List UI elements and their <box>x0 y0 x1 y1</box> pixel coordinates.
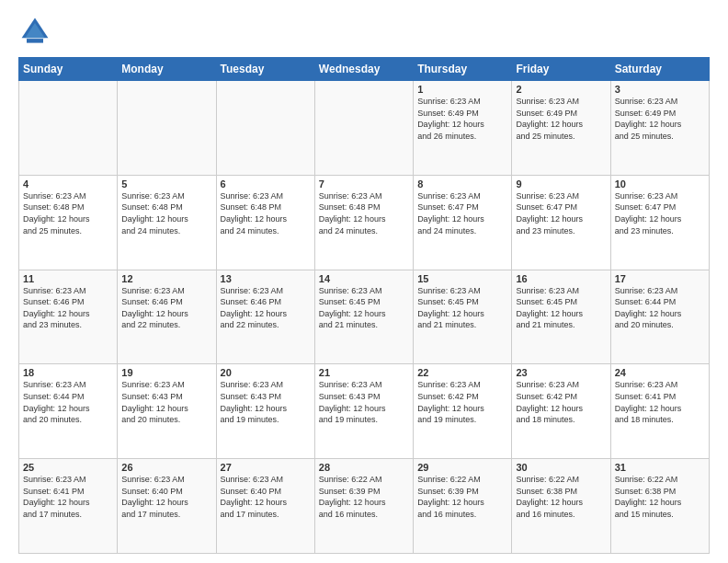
day-number: 3 <box>615 84 705 95</box>
day-info: Sunrise: 6:23 AM Sunset: 6:42 PM Dayligh… <box>417 379 507 425</box>
day-number: 11 <box>23 273 113 284</box>
calendar-cell <box>314 81 413 176</box>
day-info: Sunrise: 6:23 AM Sunset: 6:49 PM Dayligh… <box>516 96 606 142</box>
day-info: Sunrise: 6:23 AM Sunset: 6:48 PM Dayligh… <box>319 190 409 236</box>
day-info: Sunrise: 6:22 AM Sunset: 6:39 PM Dayligh… <box>417 474 507 520</box>
day-info: Sunrise: 6:23 AM Sunset: 6:44 PM Dayligh… <box>23 379 113 425</box>
day-number: 18 <box>23 367 113 378</box>
calendar-week-row: 4Sunrise: 6:23 AM Sunset: 6:48 PM Daylig… <box>19 175 710 270</box>
svg-rect-2 <box>27 39 43 43</box>
calendar-table: SundayMondayTuesdayWednesdayThursdayFrid… <box>18 57 710 554</box>
calendar-day-header: Tuesday <box>216 58 314 81</box>
calendar-header-row: SundayMondayTuesdayWednesdayThursdayFrid… <box>19 58 710 81</box>
day-number: 31 <box>615 462 705 473</box>
page: SundayMondayTuesdayWednesdayThursdayFrid… <box>0 0 728 563</box>
day-info: Sunrise: 6:22 AM Sunset: 6:38 PM Dayligh… <box>516 474 606 520</box>
day-info: Sunrise: 6:23 AM Sunset: 6:43 PM Dayligh… <box>121 379 211 425</box>
calendar-cell: 1Sunrise: 6:23 AM Sunset: 6:49 PM Daylig… <box>414 81 512 176</box>
calendar-cell: 18Sunrise: 6:23 AM Sunset: 6:44 PM Dayli… <box>19 364 118 459</box>
day-number: 16 <box>516 273 606 284</box>
calendar-cell: 23Sunrise: 6:23 AM Sunset: 6:42 PM Dayli… <box>512 364 610 459</box>
calendar-cell: 14Sunrise: 6:23 AM Sunset: 6:45 PM Dayli… <box>314 270 413 364</box>
calendar-cell <box>19 81 118 176</box>
day-number: 23 <box>516 367 606 378</box>
day-number: 9 <box>516 178 606 190</box>
day-info: Sunrise: 6:23 AM Sunset: 6:48 PM Dayligh… <box>221 190 311 236</box>
calendar-cell: 31Sunrise: 6:22 AM Sunset: 6:38 PM Dayli… <box>610 459 709 554</box>
calendar-day-header: Wednesday <box>314 58 413 81</box>
day-number: 21 <box>319 367 409 378</box>
day-info: Sunrise: 6:23 AM Sunset: 6:43 PM Dayligh… <box>221 379 311 425</box>
day-number: 27 <box>221 462 311 473</box>
day-info: Sunrise: 6:23 AM Sunset: 6:42 PM Dayligh… <box>516 379 606 425</box>
day-number: 1 <box>417 84 507 95</box>
calendar-cell: 28Sunrise: 6:22 AM Sunset: 6:39 PM Dayli… <box>314 459 413 554</box>
calendar-cell: 27Sunrise: 6:23 AM Sunset: 6:40 PM Dayli… <box>216 459 314 554</box>
calendar-cell: 17Sunrise: 6:23 AM Sunset: 6:44 PM Dayli… <box>610 270 709 364</box>
calendar-cell: 7Sunrise: 6:23 AM Sunset: 6:48 PM Daylig… <box>314 175 413 270</box>
calendar-cell: 3Sunrise: 6:23 AM Sunset: 6:49 PM Daylig… <box>610 81 709 176</box>
day-number: 10 <box>615 178 705 190</box>
day-info: Sunrise: 6:23 AM Sunset: 6:46 PM Dayligh… <box>121 285 211 331</box>
calendar-cell: 2Sunrise: 6:23 AM Sunset: 6:49 PM Daylig… <box>512 81 610 176</box>
calendar-cell <box>216 81 314 176</box>
day-number: 4 <box>23 178 113 190</box>
calendar-day-header: Thursday <box>414 58 512 81</box>
day-number: 15 <box>417 273 507 284</box>
day-number: 13 <box>221 273 311 284</box>
day-info: Sunrise: 6:23 AM Sunset: 6:47 PM Dayligh… <box>516 190 606 236</box>
calendar-week-row: 25Sunrise: 6:23 AM Sunset: 6:41 PM Dayli… <box>19 459 710 554</box>
day-info: Sunrise: 6:22 AM Sunset: 6:39 PM Dayligh… <box>319 474 409 520</box>
calendar-cell: 20Sunrise: 6:23 AM Sunset: 6:43 PM Dayli… <box>216 364 314 459</box>
calendar-week-row: 18Sunrise: 6:23 AM Sunset: 6:44 PM Dayli… <box>19 364 710 459</box>
calendar-cell: 8Sunrise: 6:23 AM Sunset: 6:47 PM Daylig… <box>414 175 512 270</box>
day-number: 29 <box>417 462 507 473</box>
header <box>18 15 710 48</box>
day-info: Sunrise: 6:23 AM Sunset: 6:48 PM Dayligh… <box>23 190 113 236</box>
day-number: 28 <box>319 462 409 473</box>
calendar-cell: 25Sunrise: 6:23 AM Sunset: 6:41 PM Dayli… <box>19 459 118 554</box>
day-info: Sunrise: 6:23 AM Sunset: 6:46 PM Dayligh… <box>23 285 113 331</box>
day-info: Sunrise: 6:23 AM Sunset: 6:44 PM Dayligh… <box>615 285 705 331</box>
day-info: Sunrise: 6:23 AM Sunset: 6:45 PM Dayligh… <box>319 285 409 331</box>
calendar-cell: 21Sunrise: 6:23 AM Sunset: 6:43 PM Dayli… <box>314 364 413 459</box>
day-number: 8 <box>417 178 507 190</box>
day-number: 14 <box>319 273 409 284</box>
calendar-cell: 9Sunrise: 6:23 AM Sunset: 6:47 PM Daylig… <box>512 175 610 270</box>
day-number: 17 <box>615 273 705 284</box>
calendar-cell: 29Sunrise: 6:22 AM Sunset: 6:39 PM Dayli… <box>414 459 512 554</box>
day-number: 25 <box>23 462 113 473</box>
day-number: 2 <box>516 84 606 95</box>
calendar-day-header: Friday <box>512 58 610 81</box>
day-info: Sunrise: 6:23 AM Sunset: 6:41 PM Dayligh… <box>23 474 113 520</box>
calendar-cell: 6Sunrise: 6:23 AM Sunset: 6:48 PM Daylig… <box>216 175 314 270</box>
day-info: Sunrise: 6:23 AM Sunset: 6:45 PM Dayligh… <box>417 285 507 331</box>
calendar-day-header: Sunday <box>19 58 118 81</box>
day-number: 22 <box>417 367 507 378</box>
day-info: Sunrise: 6:23 AM Sunset: 6:40 PM Dayligh… <box>121 474 211 520</box>
logo <box>18 15 55 48</box>
day-number: 26 <box>121 462 211 473</box>
day-info: Sunrise: 6:23 AM Sunset: 6:47 PM Dayligh… <box>615 190 705 236</box>
day-info: Sunrise: 6:23 AM Sunset: 6:40 PM Dayligh… <box>221 474 311 520</box>
calendar-day-header: Saturday <box>610 58 709 81</box>
day-number: 5 <box>121 178 211 190</box>
calendar-cell: 26Sunrise: 6:23 AM Sunset: 6:40 PM Dayli… <box>118 459 216 554</box>
calendar-cell: 19Sunrise: 6:23 AM Sunset: 6:43 PM Dayli… <box>118 364 216 459</box>
day-info: Sunrise: 6:23 AM Sunset: 6:43 PM Dayligh… <box>319 379 409 425</box>
calendar-cell: 11Sunrise: 6:23 AM Sunset: 6:46 PM Dayli… <box>19 270 118 364</box>
day-info: Sunrise: 6:22 AM Sunset: 6:38 PM Dayligh… <box>615 474 705 520</box>
calendar-week-row: 11Sunrise: 6:23 AM Sunset: 6:46 PM Dayli… <box>19 270 710 364</box>
calendar-day-header: Monday <box>118 58 216 81</box>
calendar-cell: 5Sunrise: 6:23 AM Sunset: 6:48 PM Daylig… <box>118 175 216 270</box>
day-info: Sunrise: 6:23 AM Sunset: 6:48 PM Dayligh… <box>121 190 211 236</box>
calendar-cell: 16Sunrise: 6:23 AM Sunset: 6:45 PM Dayli… <box>512 270 610 364</box>
calendar-cell: 22Sunrise: 6:23 AM Sunset: 6:42 PM Dayli… <box>414 364 512 459</box>
day-info: Sunrise: 6:23 AM Sunset: 6:45 PM Dayligh… <box>516 285 606 331</box>
day-info: Sunrise: 6:23 AM Sunset: 6:49 PM Dayligh… <box>417 96 507 142</box>
calendar-cell: 12Sunrise: 6:23 AM Sunset: 6:46 PM Dayli… <box>118 270 216 364</box>
day-number: 24 <box>615 367 705 378</box>
day-number: 20 <box>221 367 311 378</box>
day-number: 6 <box>221 178 311 190</box>
day-info: Sunrise: 6:23 AM Sunset: 6:46 PM Dayligh… <box>221 285 311 331</box>
